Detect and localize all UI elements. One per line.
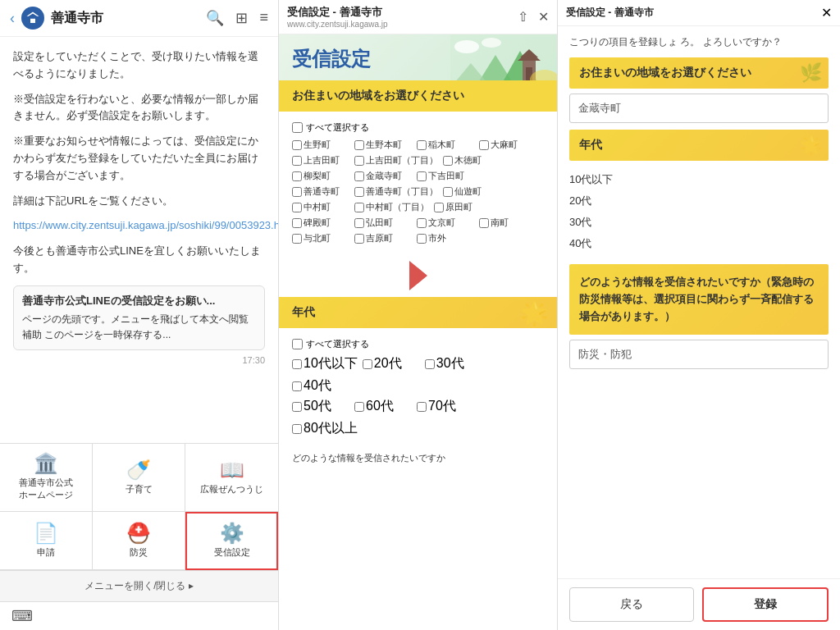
menu-item-settings[interactable]: ⚙️ 受信設定 [185,512,278,570]
age-row-2: 50代 60代 70代 80代以上 [292,398,544,437]
share-icon[interactable]: ⇧ [518,9,528,25]
content-p1: 設定をしていただくことで、受け取りたい情報を選べるようになりました。 [13,48,265,83]
keyboard-icon[interactable]: ⌨ [11,607,33,625]
right-info-value: 防災・防犯 [569,340,829,369]
age-80[interactable]: 80代以上 [292,420,358,437]
right-title: 受信設定 - 善通寺市 [566,6,816,20]
town-上吉田町[interactable]: 上吉田町 [292,154,349,167]
age-select-all-checkbox[interactable] [292,339,303,349]
left-header: ‹ 善通寺市 🔍 ⊞ ≡ [0,0,278,37]
town-木徳町[interactable]: 木徳町 [443,154,500,167]
age-50[interactable]: 50代 [292,398,349,415]
menu-item-homepage[interactable]: 🏛️ 善通寺市公式ホームページ [0,444,93,512]
childcare-label: 子育て [126,483,153,495]
town-善通寺町[interactable]: 善通寺町 [292,185,349,198]
select-all-label: すべて選択する [306,121,369,134]
right-header: 受信設定 - 善通寺市 ✕ [558,0,840,26]
card-link-title: 善通寺市公式LINEの受信設定をお願い... [22,293,256,310]
card-link-desc: ページの先頭です。メニューを飛ばして本文へ閲覧補助 このページを一時保存する..… [22,312,256,343]
disaster-icon: ⛑️ [126,523,151,543]
settings-label: 受信設定 [214,546,250,559]
age-30[interactable]: 30代 [425,355,482,372]
age-option-20: 20代 [569,192,829,210]
timestamp: 17:30 [13,354,265,368]
banner-title: 受信設定 [292,46,544,72]
town-与北町[interactable]: 与北町 [292,232,349,244]
town-row-4: 善通寺町 善通寺町（丁目） 仙遊町 [292,185,544,198]
arrow-right-icon [409,261,427,290]
menu-item-childcare[interactable]: 🍼 子育て [93,444,185,512]
town-下吉田町[interactable]: 下吉田町 [417,170,474,182]
city-icon [21,7,44,30]
town-上吉田町丁目[interactable]: 上吉田町（丁目） [354,154,438,167]
register-button[interactable]: 登録 [702,587,829,622]
application-icon: 📄 [34,523,58,543]
town-中村町[interactable]: 中村町 [292,201,349,213]
card-link[interactable]: 善通寺市公式LINEの受信設定をお願い... ページの先頭です。メニューを飛ばし… [13,285,265,350]
grid-icon[interactable]: ⊞ [235,9,248,27]
menu-toggle[interactable]: メニューを開く/閉じる ▸ [0,571,278,601]
menu-item-gazette[interactable]: 📖 広報ぜんつうじ [185,444,278,512]
gazette-label: 広報ぜんつうじ [200,483,263,495]
mid-age-body: すべて選択する 10代以下 20代 30代 40代 50代 60代 70代 80… [279,328,557,447]
left-header-actions: 🔍 ⊞ ≡ [206,9,268,27]
town-市外[interactable]: 市外 [417,232,474,244]
mid-header: 受信設定 - 善通寺市 www.city.zentsuji.kagawa.jp … [279,0,557,34]
town-仙遊町[interactable]: 仙遊町 [443,185,500,198]
town-柳梨町[interactable]: 柳梨町 [292,170,349,182]
right-close-icon[interactable]: ✕ [821,5,832,21]
town-row-3: 柳梨町 金蔵寺町 下吉田町 [292,170,544,182]
town-碑殿町[interactable]: 碑殿町 [292,217,349,229]
back-button[interactable]: 戻る [569,587,694,622]
arrow-separator [279,254,557,297]
close-icon[interactable]: ✕ [538,9,549,25]
town-大麻町[interactable]: 大麻町 [479,139,536,151]
town-弘田町[interactable]: 弘田町 [354,217,412,229]
age-60[interactable]: 60代 [354,398,412,415]
town-生野本町[interactable]: 生野本町 [354,139,412,151]
town-row-2: 上吉田町 上吉田町（丁目） 木徳町 [292,154,544,167]
mid-region-body: すべて選択する 生野町 生野本町 稲木町 大麻町 上吉田町 上吉田町（丁目） 木… [279,112,557,254]
age-10[interactable]: 10代以下 [292,355,358,372]
age-option-30: 30代 [569,213,829,231]
settings-icon: ⚙️ [220,523,244,543]
menu-item-disaster[interactable]: ⛑️ 防災 [93,512,185,570]
age-option-10: 10代以下 [569,171,829,189]
content-p2: ※受信設定を行わないと、必要な情報が一部しか届きません。必ず受信設定をお願いしま… [13,91,265,126]
right-footer: 戻る 登録 [558,578,840,630]
town-原田町[interactable]: 原田町 [434,201,491,213]
content-p5: 今後とも善通寺市公式LINEを宜しくお願いいたします。 [13,243,265,277]
town-善通寺町丁目[interactable]: 善通寺町（丁目） [354,185,438,198]
back-button[interactable]: ‹ [10,10,15,27]
age-20[interactable]: 20代 [363,355,420,372]
age-row-1: 10代以下 20代 30代 40代 [292,355,544,395]
homepage-label: 善通寺市公式ホームページ [19,477,73,501]
menu-item-application[interactable]: 📄 申請 [0,512,93,570]
age-select-all-label: すべて選択する [306,338,369,350]
select-all-checkbox[interactable] [292,122,303,133]
select-all-row: すべて選択する [292,121,544,134]
homepage-icon: 🏛️ [34,454,58,473]
town-checkboxes: 生野町 生野本町 稲木町 大麻町 上吉田町 上吉田町（丁目） 木徳町 柳梨町 金… [292,139,544,244]
age-40[interactable]: 40代 [292,377,349,395]
left-title: 善通寺市 [51,10,199,27]
disaster-label: 防災 [130,546,148,559]
town-吉原町[interactable]: 吉原町 [354,232,412,244]
content-url[interactable]: https://www.city.zentsuji.kagawa.jp/sosh… [13,219,278,231]
town-金蔵寺町[interactable]: 金蔵寺町 [354,170,412,182]
mid-age-header: 年代 🌟 [279,297,557,328]
town-文京町[interactable]: 文京町 [417,217,474,229]
gazette-icon: 📖 [220,460,244,480]
right-age-options: 10代以下 20代 30代 40代 [569,166,829,258]
right-region-header: お住まいの地域をお選びください 🌿 [569,57,829,89]
search-icon[interactable]: 🔍 [206,9,224,27]
town-稲木町[interactable]: 稲木町 [417,139,474,151]
right-region-value: 金蔵寺町 [569,94,829,123]
mid-url: www.city.zentsuji.kagawa.jp [287,20,513,29]
menu-icon[interactable]: ≡ [259,9,268,27]
town-生野町[interactable]: 生野町 [292,139,349,151]
mid-banner: 受信設定 [279,34,557,80]
town-南町[interactable]: 南町 [479,217,536,229]
age-70[interactable]: 70代 [417,398,474,415]
town-中村町丁目[interactable]: 中村町（丁目） [354,201,429,213]
